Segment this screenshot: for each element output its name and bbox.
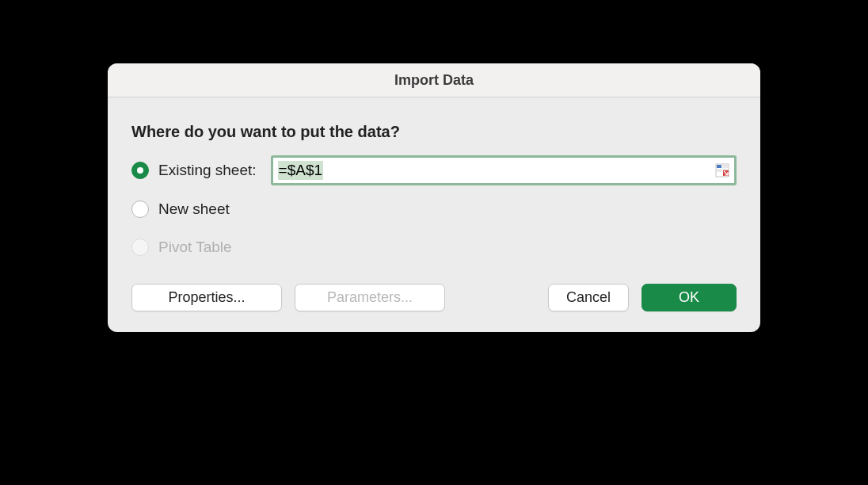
- option-existing-sheet-row: Existing sheet: =$A$1: [131, 155, 737, 185]
- option-new-sheet-row: New sheet: [131, 195, 737, 223]
- parameters-button: Parameters...: [295, 284, 445, 311]
- radio-pivot-table: [131, 239, 149, 256]
- dialog-titlebar: Import Data: [108, 63, 760, 97]
- dialog-prompt: Where do you want to put the data?: [131, 123, 737, 141]
- cell-reference-input-wrapper: =$A$1: [271, 155, 737, 185]
- ok-button[interactable]: OK: [641, 284, 737, 311]
- dialog-title: Import Data: [108, 72, 760, 89]
- radio-existing-sheet[interactable]: [131, 162, 149, 179]
- radio-new-sheet-label[interactable]: New sheet: [158, 200, 230, 218]
- dialog-content: Where do you want to put the data? Exist…: [108, 97, 760, 332]
- range-picker-icon[interactable]: [715, 163, 729, 178]
- properties-button[interactable]: Properties...: [131, 284, 282, 311]
- radio-existing-sheet-label[interactable]: Existing sheet:: [158, 162, 257, 179]
- svg-rect-2: [722, 165, 728, 168]
- cancel-button[interactable]: Cancel: [548, 284, 629, 311]
- radio-new-sheet[interactable]: [131, 200, 149, 218]
- svg-rect-3: [717, 169, 721, 172]
- radio-pivot-table-label: Pivot Table: [158, 239, 232, 256]
- svg-rect-1: [717, 165, 721, 168]
- cell-reference-input[interactable]: =$A$1: [278, 161, 323, 180]
- import-data-dialog: Import Data Where do you want to put the…: [108, 63, 760, 332]
- option-pivot-table-row: Pivot Table: [131, 233, 737, 262]
- dialog-button-row: Properties... Parameters... Cancel OK: [131, 284, 737, 311]
